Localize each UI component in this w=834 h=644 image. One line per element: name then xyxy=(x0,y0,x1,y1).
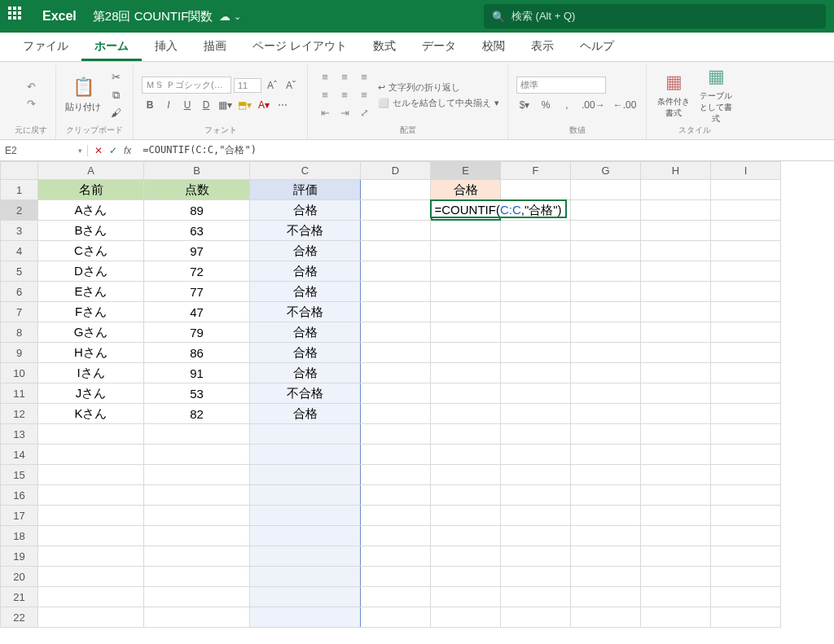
cell-I3[interactable] xyxy=(711,221,781,241)
decrease-indent-icon[interactable]: ⇤ xyxy=(316,105,334,121)
col-header-B[interactable]: B xyxy=(144,162,250,180)
tab-ヘルプ[interactable]: ヘルプ xyxy=(567,33,627,61)
cell-H17[interactable] xyxy=(641,506,711,526)
double-underline-button[interactable]: D xyxy=(198,97,214,113)
row-header-8[interactable]: 8 xyxy=(1,322,38,343)
cell-D10[interactable] xyxy=(361,363,431,383)
tab-ページ レイアウト[interactable]: ページ レイアウト xyxy=(239,33,360,61)
row-header-17[interactable]: 17 xyxy=(1,506,38,526)
cell-E1[interactable]: 合格 xyxy=(431,180,501,200)
cell-F15[interactable] xyxy=(501,465,571,485)
cut-icon[interactable]: ✂ xyxy=(107,70,125,85)
align-bottom-icon[interactable]: ≡ xyxy=(355,69,373,85)
cell-H6[interactable] xyxy=(641,282,711,302)
fx-icon[interactable]: fx xyxy=(124,145,131,156)
cell-A19[interactable] xyxy=(38,546,144,567)
cell-A3[interactable]: Bさん xyxy=(38,221,144,241)
select-all-corner[interactable] xyxy=(1,162,38,180)
row-header-18[interactable]: 18 xyxy=(1,526,38,546)
col-header-C[interactable]: C xyxy=(250,162,361,180)
formula-input[interactable]: =COUNTIF(C:C,"合格") xyxy=(138,143,834,157)
font-name-select[interactable]: ＭＳ Ｐゴシック(… xyxy=(142,77,231,94)
cell-D2[interactable] xyxy=(361,200,431,221)
currency-button[interactable]: $▾ xyxy=(516,97,533,113)
cell-H20[interactable] xyxy=(641,567,711,587)
cell-H3[interactable] xyxy=(641,221,711,241)
cell-G7[interactable] xyxy=(571,302,641,322)
cell-E22[interactable] xyxy=(431,607,501,628)
cell-E4[interactable] xyxy=(431,241,501,261)
row-header-3[interactable]: 3 xyxy=(1,221,38,241)
title-chevron-icon[interactable]: ⌄ xyxy=(234,11,241,22)
cell-B14[interactable] xyxy=(144,445,250,465)
cell-I13[interactable] xyxy=(711,424,781,445)
cell-A10[interactable]: Iさん xyxy=(38,363,144,383)
cell-C17[interactable] xyxy=(250,506,361,526)
cell-I4[interactable] xyxy=(711,241,781,261)
row-header-14[interactable]: 14 xyxy=(1,445,38,465)
name-box[interactable]: E2 ▾ xyxy=(0,145,88,156)
cell-B12[interactable]: 82 xyxy=(144,404,250,424)
cell-B20[interactable] xyxy=(144,567,250,587)
cell-I7[interactable] xyxy=(711,302,781,322)
cell-E7[interactable] xyxy=(431,302,501,322)
cell-D7[interactable] xyxy=(361,302,431,322)
cell-F11[interactable] xyxy=(501,383,571,404)
cell-F1[interactable] xyxy=(501,180,571,200)
cell-C20[interactable] xyxy=(250,567,361,587)
cell-D22[interactable] xyxy=(361,607,431,628)
redo-icon[interactable]: ↷ xyxy=(27,98,36,110)
underline-button[interactable]: U xyxy=(179,97,195,113)
row-header-22[interactable]: 22 xyxy=(1,607,38,628)
cell-E13[interactable] xyxy=(431,424,501,445)
cell-I10[interactable] xyxy=(711,363,781,383)
row-header-1[interactable]: 1 xyxy=(1,180,38,200)
cell-A13[interactable] xyxy=(38,424,144,445)
cell-B17[interactable] xyxy=(144,506,250,526)
cell-C9[interactable]: 合格 xyxy=(250,343,361,363)
increase-font-icon[interactable]: Aˆ xyxy=(264,77,280,94)
cell-F4[interactable] xyxy=(501,241,571,261)
cell-E21[interactable] xyxy=(431,587,501,607)
cell-I6[interactable] xyxy=(711,282,781,302)
cell-F20[interactable] xyxy=(501,567,571,587)
cell-H9[interactable] xyxy=(641,343,711,363)
col-header-D[interactable]: D xyxy=(361,162,431,180)
cell-D20[interactable] xyxy=(361,567,431,587)
cell-A18[interactable] xyxy=(38,526,144,546)
cell-E19[interactable] xyxy=(431,546,501,567)
cell-H19[interactable] xyxy=(641,546,711,567)
cell-I16[interactable] xyxy=(711,485,781,506)
cell-A22[interactable] xyxy=(38,607,144,628)
cell-C3[interactable]: 不合格 xyxy=(250,221,361,241)
cell-D4[interactable] xyxy=(361,241,431,261)
cell-H15[interactable] xyxy=(641,465,711,485)
cell-F21[interactable] xyxy=(501,587,571,607)
cell-I2[interactable] xyxy=(711,200,781,221)
cell-C10[interactable]: 合格 xyxy=(250,363,361,383)
cell-E8[interactable] xyxy=(431,322,501,343)
cell-A2[interactable]: Aさん xyxy=(38,200,144,221)
increase-decimal-button[interactable]: .00→ xyxy=(580,97,607,113)
cell-G2[interactable] xyxy=(571,200,641,221)
conditional-format-button[interactable]: ▦ 条件付き書式 xyxy=(655,70,692,120)
bold-button[interactable]: B xyxy=(142,97,158,113)
cell-D21[interactable] xyxy=(361,587,431,607)
copy-icon[interactable]: ⧉ xyxy=(107,88,125,103)
cell-I12[interactable] xyxy=(711,404,781,424)
cell-C8[interactable]: 合格 xyxy=(250,322,361,343)
cell-A21[interactable] xyxy=(38,587,144,607)
cell-A12[interactable]: Kさん xyxy=(38,404,144,424)
cell-D11[interactable] xyxy=(361,383,431,404)
cell-H13[interactable] xyxy=(641,424,711,445)
paste-button[interactable]: 📋 貼り付け xyxy=(64,70,102,120)
cell-G10[interactable] xyxy=(571,363,641,383)
cell-E3[interactable] xyxy=(431,221,501,241)
cell-A5[interactable]: Dさん xyxy=(38,261,144,282)
more-font-icon[interactable]: ⋯ xyxy=(274,97,291,113)
fill-color-button[interactable]: ⬒▾ xyxy=(236,97,253,113)
cell-C4[interactable]: 合格 xyxy=(250,241,361,261)
cell-E12[interactable] xyxy=(431,404,501,424)
cell-G5[interactable] xyxy=(571,261,641,282)
cell-I19[interactable] xyxy=(711,546,781,567)
